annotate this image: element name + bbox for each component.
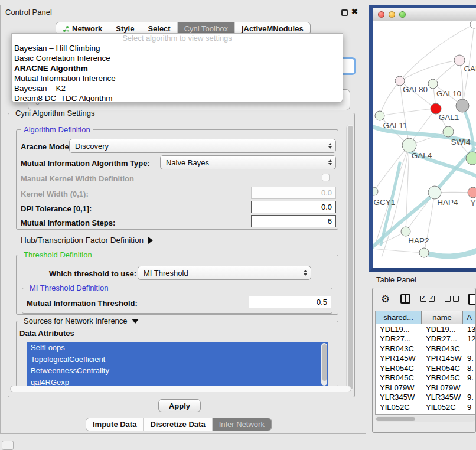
node-label[interactable]: HAP2 [408, 236, 429, 245]
select-all-icon[interactable] [420, 296, 435, 302]
table-cell [463, 344, 476, 354]
tab-impute-data[interactable]: Impute Data [86, 418, 144, 431]
node-label[interactable]: GAL80 [403, 85, 428, 94]
mi-threshold-field[interactable]: 0.5 [249, 296, 331, 308]
network-view-window[interactable]: GALGAL80GAL10GAL1GAL11SWI4GAL4GCY1HAP4YH… [369, 5, 476, 272]
table-row[interactable]: YDR27...YDR27...12 [376, 334, 476, 344]
node-label[interactable]: GAL1 [439, 113, 459, 122]
document-icon[interactable] [468, 294, 476, 305]
aracne-mode-label: Aracne Mode: [21, 142, 71, 151]
algorithm-option[interactable]: Bayesian – K2 [12, 83, 343, 93]
node-label[interactable]: Y [470, 198, 475, 207]
table-cell: YDR27... [422, 334, 463, 344]
node-label[interactable]: GAL11 [383, 121, 407, 130]
cyni-bottom-tabs: Impute DataDiscretize DataInfer Network [86, 418, 272, 431]
apply-button[interactable]: Apply [158, 399, 201, 412]
collapse-down-icon [132, 319, 139, 324]
data-attribute-item[interactable]: TopologicalCoefficient [27, 354, 328, 366]
algorithm-dropdown-placeholder: Select algorithm to view settings [12, 34, 343, 43]
node-swi4[interactable] [443, 126, 454, 137]
table-row[interactable]: YLR345WYLR345W9. [376, 393, 476, 403]
node-gal80[interactable] [395, 76, 405, 86]
node-gcy1[interactable] [373, 187, 378, 195]
algorithm-option[interactable]: Basic Correlation Inference [12, 53, 343, 63]
node-unlabeled[interactable] [466, 152, 476, 165]
table-row[interactable]: YER054CYER054C8. [376, 363, 476, 373]
node-unlabeled[interactable] [470, 21, 476, 28]
node-gal[interactable] [454, 55, 465, 66]
table-cell: 9. [463, 373, 476, 383]
manual-kernel-checkbox[interactable] [322, 174, 330, 181]
mac-minimize-icon[interactable] [389, 11, 395, 18]
table-row[interactable]: YBR043CYBR043C [376, 344, 476, 354]
network-edge [373, 249, 424, 253]
mac-close-icon[interactable] [378, 11, 384, 18]
table-row[interactable]: YIL052CYIL052C9 [376, 402, 476, 412]
tab-discretize-data[interactable]: Discretize Data [144, 418, 212, 431]
node-label[interactable]: HAP4 [437, 198, 458, 207]
mi-threshold-label: Mutual Information Threshold: [27, 299, 138, 308]
node-unlabeled[interactable] [456, 99, 469, 112]
network-edge [380, 81, 400, 116]
mi-type-combobox[interactable]: Naive Bayes [160, 155, 336, 169]
hub-definition-toggle[interactable]: Hub/Transcription Factor Definition [21, 236, 153, 244]
table-row[interactable]: YBR045CYBR045C9. [376, 373, 476, 383]
table-row[interactable]: YPR145WYPR145W9. [376, 354, 476, 364]
table-row[interactable]: YBL079WYBL079W [376, 383, 476, 393]
stepper-arrows-icon [328, 143, 332, 149]
algorithm-option[interactable]: Bayesian – Hill Climbing [12, 43, 343, 53]
table-cell: 13 [463, 324, 476, 334]
node-hap4[interactable] [428, 186, 441, 199]
table-cell: YBR045C [376, 373, 422, 383]
node-gal11[interactable] [375, 111, 384, 120]
table-horizontal-scrollbar[interactable] [375, 416, 475, 422]
data-attributes-list[interactable]: SelfLoopsTopologicalCoefficientBetweenne… [27, 342, 328, 390]
column-header-a[interactable]: A [463, 311, 476, 324]
node-gal4[interactable] [402, 138, 416, 152]
network-canvas[interactable]: GALGAL80GAL10GAL1GAL11SWI4GAL4GCY1HAP4YH… [373, 21, 476, 267]
node-label[interactable]: GAL4 [412, 151, 432, 160]
which-threshold-combobox[interactable]: MI Threshold [138, 266, 311, 280]
algorithm-option[interactable]: Dream8 DC_TDC Algorithm [12, 93, 343, 103]
mi-type-value: Naive Bayes [166, 158, 209, 167]
table-cell: YPR145W [376, 354, 422, 364]
settings-horizontal-scrollbar[interactable] [10, 386, 351, 392]
mi-steps-field[interactable]: 6 [251, 215, 336, 227]
table-row[interactable]: YDL19...YDL19...13 [376, 324, 476, 334]
stepper-arrows-icon [328, 159, 332, 165]
tab-infer-network[interactable]: Infer Network [213, 418, 271, 431]
settings-vertical-scrollbar[interactable] [346, 125, 354, 390]
aracne-mode-combobox[interactable]: Discovery [69, 139, 336, 153]
node-label[interactable]: GCY1 [374, 198, 396, 207]
node-y[interactable] [468, 187, 476, 198]
deselect-all-icon[interactable] [445, 296, 459, 302]
node-label[interactable]: GAL [464, 64, 476, 73]
node-hap2[interactable] [401, 227, 410, 236]
node-label[interactable]: SWI4 [451, 138, 470, 146]
table-cell: YER054C [422, 363, 463, 373]
close-icon[interactable]: ✖ [351, 7, 358, 16]
dpi-tolerance-field[interactable]: 0.0 [251, 201, 336, 213]
node-gal10[interactable] [428, 79, 438, 89]
algorithm-option[interactable]: ARACNE Algorithm [12, 63, 343, 73]
data-attribute-item[interactable]: BetweennessCentrality [27, 365, 328, 377]
data-attribute-item[interactable]: SelfLoops [27, 342, 328, 354]
column-header-shared-[interactable]: shared... [376, 311, 422, 324]
attributes-scrollbar[interactable] [321, 343, 327, 386]
table-cell: YBR043C [376, 344, 422, 354]
algorithm-option[interactable]: Mutual Information Inference [12, 73, 343, 83]
table-panel-title: Table Panel [376, 275, 416, 284]
table-cell: YIL052C [422, 402, 463, 412]
table-cell: YLR345W [376, 393, 422, 403]
node-label[interactable]: GAL10 [436, 89, 461, 98]
kernel-width-field[interactable]: 0.0 [251, 187, 336, 199]
sources-title[interactable]: Sources for Network Inference [21, 317, 141, 325]
stepper-arrows-icon [304, 270, 307, 276]
column-view-icon[interactable] [400, 294, 410, 304]
mac-zoom-icon[interactable] [399, 11, 406, 18]
gear-icon[interactable]: ⚙ [381, 293, 390, 305]
node-unlabeled[interactable] [419, 248, 429, 257]
float-window-icon[interactable] [341, 9, 348, 16]
column-header-name[interactable]: name [422, 311, 463, 324]
panel-corner-button[interactable] [2, 441, 14, 450]
